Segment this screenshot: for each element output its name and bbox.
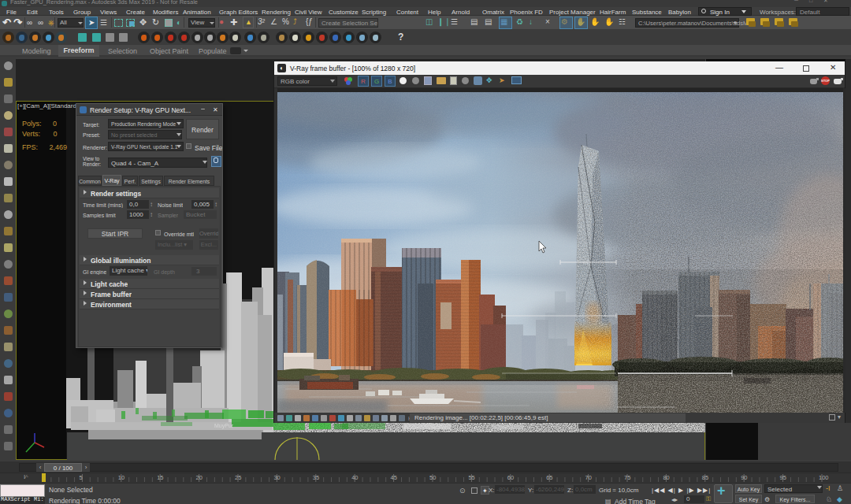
svg-text:MuyPur: MuyPur [214,423,234,429]
